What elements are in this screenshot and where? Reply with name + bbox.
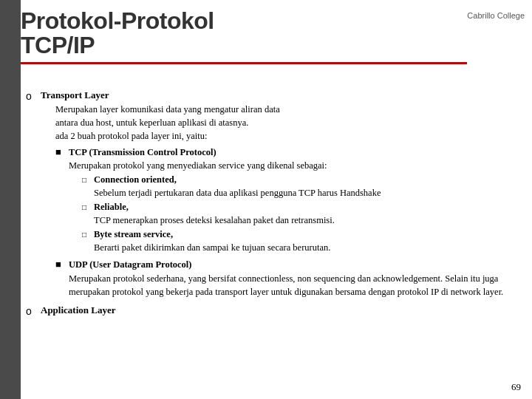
tcp-sub-label-1: Reliable,: [94, 202, 129, 212]
application-layer-label: Application Layer: [41, 304, 115, 318]
title-line2: TCP/IP: [21, 32, 467, 59]
sq-sym-reliable: □: [82, 202, 91, 214]
tcp-sub-list: □ Connection oriented, Sebelum terjadi p…: [82, 174, 521, 254]
tcp-item: ■ TCP (Transmission Control Protocol) Me…: [55, 146, 521, 256]
tcp-content: TCP (Transmission Control Protocol) Meru…: [69, 146, 521, 256]
sq-content-reliable: Reliable, TCP menerapkan proses deteksi …: [94, 201, 521, 227]
title-underline: [21, 62, 467, 64]
bullet-n-udp: ■: [55, 258, 66, 272]
tcp-sub-connection: □ Connection oriented, Sebelum terjadi p…: [82, 174, 521, 200]
header: Protokol-Protokol TCP/IP Cabrillo Colleg…: [21, 7, 525, 64]
tcp-sub-desc-1: TCP menerapkan proses deteksi kesalahan …: [94, 215, 335, 225]
bullet-n-tcp: ■: [55, 146, 66, 160]
transport-desc-1: Merupakan layer komunikasi data yang men…: [55, 103, 521, 116]
tcp-sub-label-2: Byte stream service,: [94, 229, 173, 239]
tcp-description: Merupakan protokol yang menyediakan serv…: [69, 159, 521, 172]
tcp-sub-reliable: □ Reliable, TCP menerapkan proses deteks…: [82, 201, 521, 227]
sq-content-bytestream: Byte stream service, Berarti paket dikir…: [94, 228, 521, 254]
tcp-sub-label-0: Connection oriented,: [94, 174, 177, 185]
tcp-sub-desc-2: Berarti paket dikirimkan dan sampai ke t…: [94, 242, 330, 253]
title-line1: Protokol-Protokol: [21, 7, 467, 35]
tcp-name: TCP (Transmission Control Protocol): [69, 146, 521, 159]
tcp-label: TCP (Transmission Control Protocol): [69, 147, 216, 157]
udp-description: Merupakan protokol sederhana, yang bersi…: [69, 272, 521, 299]
title-block: Protokol-Protokol TCP/IP: [21, 7, 467, 64]
transport-desc-3: ada 2 buah protokol pada layer ini, yait…: [55, 129, 521, 143]
transport-desc-2: antara dua host, untuk keperluan aplikas…: [55, 116, 521, 129]
sq-sym-bytestream: □: [82, 230, 91, 241]
bullet-o-transport: o: [26, 89, 36, 103]
left-stripe: [0, 0, 21, 399]
bullet-o-application: o: [26, 304, 36, 318]
application-layer-item: o Application Layer: [26, 304, 521, 318]
page-number: 69: [511, 381, 521, 393]
udp-item: ■ UDP (User Datagram Protocol) Merupakan…: [55, 258, 521, 298]
protocol-list: ■ TCP (Transmission Control Protocol) Me…: [55, 146, 521, 299]
tcp-sub-bytestream: □ Byte stream service, Berarti paket dik…: [82, 228, 521, 254]
college-logo: Cabrillo College: [467, 11, 525, 20]
transport-layer-label: Transport Layer: [41, 89, 109, 100]
udp-content: UDP (User Datagram Protocol) Merupakan p…: [69, 258, 521, 298]
udp-label: UDP (User Datagram Protocol): [69, 259, 192, 270]
content-area: o Transport Layer Merupakan layer komuni…: [26, 89, 521, 321]
transport-layer-block: Transport Layer Merupakan layer komunika…: [41, 89, 521, 301]
sq-content-connection: Connection oriented, Sebelum terjadi per…: [94, 174, 521, 200]
page-container: Protokol-Protokol TCP/IP Cabrillo Colleg…: [0, 0, 532, 399]
tcp-sub-desc-0: Sebelum terjadi pertukaran data dua apli…: [94, 188, 381, 198]
transport-layer-item: o Transport Layer Merupakan layer komuni…: [26, 89, 521, 301]
sq-sym-connection: □: [82, 175, 91, 186]
transport-layer-desc: Merupakan layer komunikasi data yang men…: [55, 103, 521, 143]
udp-name: UDP (User Datagram Protocol): [69, 258, 521, 271]
